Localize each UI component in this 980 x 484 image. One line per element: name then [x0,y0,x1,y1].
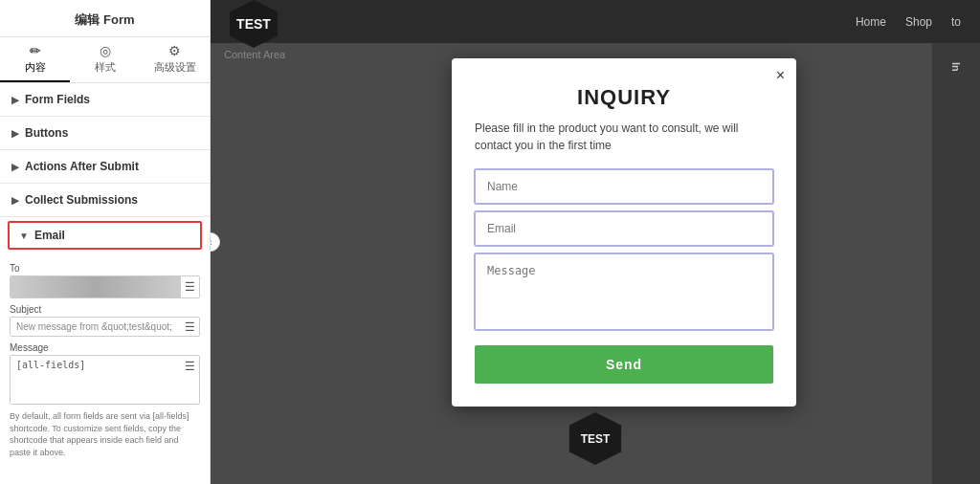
nav-shop[interactable]: Shop [905,15,932,29]
bottom-logo-hex: TEST [569,412,622,465]
to-input[interactable] [11,276,181,297]
buttons-arrow: ▶ [11,128,19,139]
buttons-label: Buttons [25,126,68,140]
email-arrow-icon: ▼ [19,231,29,241]
content-tab-icon: ✏ [30,43,41,58]
subject-field-wrap: ☰ [10,317,200,337]
email-section-label: Email [34,229,65,242]
message-label: Message [10,342,200,353]
panel-content: ▶ Form Fields ▶ Buttons ▶ Actions After … [0,83,210,484]
email-hint: By default, all form fields are sent via… [10,410,200,458]
collect-arrow: ▶ [11,195,19,206]
subject-input[interactable] [11,318,181,336]
main-navbar: TEST Home Shop to [211,0,980,43]
right-sidebar-label: In [950,62,962,72]
left-panel: 编辑 Form ✏ 内容 ◎ 样式 ⚙ 高级设置 ▶ Form Fields ▶… [0,0,211,484]
modal-description: Please fill in the product you want to c… [475,120,773,154]
to-field-wrap: ☰ [10,275,200,298]
section-email[interactable]: ▼ Email [8,221,202,250]
modal-message-textarea[interactable] [475,253,773,330]
actions-label: Actions After Submit [25,160,139,173]
inquiry-modal: × INQUIRY Please fill in the product you… [452,58,796,407]
style-tab-icon: ◎ [100,43,111,58]
message-field-wrap: [all-fields] ☰ [10,355,200,405]
bottom-logo: TEST [569,412,622,465]
section-buttons[interactable]: ▶ Buttons [0,117,210,150]
form-fields-arrow: ▶ [11,95,19,105]
to-label: To [10,263,200,274]
form-fields-label: Form Fields [25,93,90,106]
tab-advanced[interactable]: ⚙ 高级设置 [140,37,210,82]
main-logo: TEST [230,0,278,48]
right-sidebar: In [932,43,980,484]
email-fields: To ☰ Subject ☰ Message [all-fields] ☰ By… [0,253,210,464]
section-form-fields[interactable]: ▶ Form Fields [0,83,210,117]
tab-content-label: 内容 [25,60,46,75]
section-actions[interactable]: ▶ Actions After Submit [0,150,210,184]
tab-style-label: 样式 [95,60,116,75]
panel-title: 编辑 Form [0,8,210,36]
modal-email-input[interactable] [475,211,773,246]
tab-content[interactable]: ✏ 内容 [0,37,70,82]
actions-arrow: ▶ [11,162,19,172]
collect-label: Collect Submissions [25,193,138,207]
modal-send-button[interactable]: Send [475,345,773,384]
to-field-options-btn[interactable]: ☰ [181,278,199,296]
nav-links: Home Shop to [856,15,961,29]
collapse-panel-handle[interactable]: ‹ [211,232,220,252]
modal-name-input[interactable] [475,169,773,204]
nav-extra[interactable]: to [951,15,961,29]
nav-home[interactable]: Home [856,15,886,29]
advanced-tab-icon: ⚙ [168,43,181,58]
panel-header: 编辑 Form ✏ 内容 ◎ 样式 ⚙ 高级设置 [0,0,210,83]
message-field-options-btn[interactable]: ☰ [181,358,199,375]
main-area: TEST Home Shop to Content Area ‹ × INQUI… [211,0,980,484]
subject-field-options-btn[interactable]: ☰ [181,319,199,336]
subject-label: Subject [10,304,200,315]
modal-title: INQUIRY [475,85,773,110]
message-textarea[interactable]: [all-fields] [11,356,181,404]
tab-style[interactable]: ◎ 样式 [70,37,140,82]
tab-advanced-label: 高级设置 [154,60,196,75]
section-collect[interactable]: ▶ Collect Submissions [0,184,210,217]
modal-close-button[interactable]: × [776,68,785,83]
panel-tabs: ✏ 内容 ◎ 样式 ⚙ 高级设置 [0,36,210,82]
